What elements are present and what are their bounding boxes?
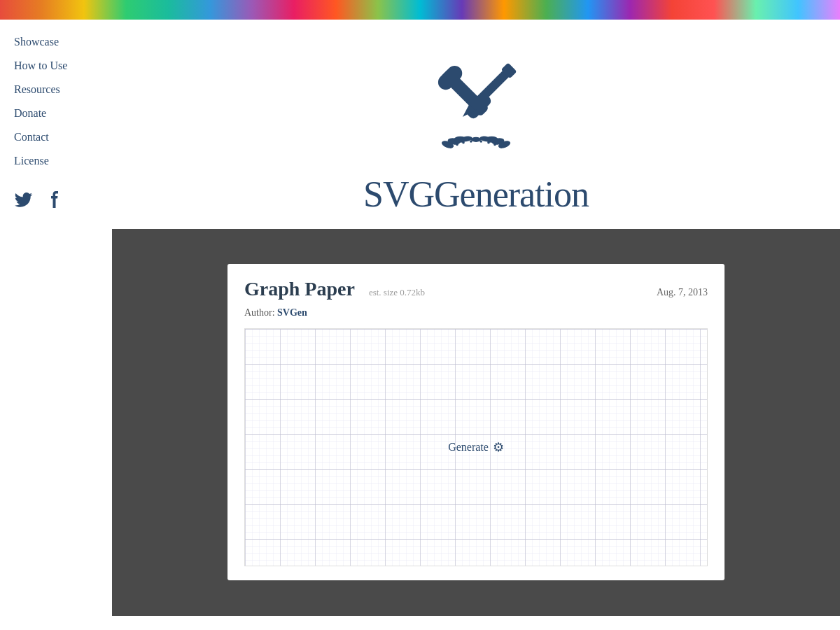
sidebar-item-license[interactable]: License [0, 149, 112, 173]
generate-label: Generate [448, 441, 489, 454]
svg-point-16 [456, 144, 458, 146]
svg-point-22 [479, 140, 482, 143]
facebook-icon[interactable] [45, 190, 64, 214]
content-card: Graph Paper est. size 0.72kb Aug. 7, 201… [227, 264, 724, 580]
rainbow-bar [0, 0, 840, 20]
card-author: Author: SVGen [244, 307, 708, 318]
sidebar-item-contact[interactable]: Contact [0, 125, 112, 149]
social-links [0, 178, 112, 225]
svg-point-18 [470, 140, 472, 143]
sidebar-item-showcase[interactable]: Showcase [0, 30, 112, 54]
card-title: Graph Paper [244, 278, 355, 300]
dark-section: Graph Paper est. size 0.72kb Aug. 7, 201… [112, 229, 840, 616]
graph-paper-preview: Generate ⚙ [244, 328, 708, 566]
svg-point-17 [462, 141, 465, 144]
author-label: Author: [244, 307, 275, 318]
sidebar-item-donate[interactable]: Donate [0, 102, 112, 125]
card-size: est. size 0.72kb [369, 287, 425, 298]
svg-point-20 [493, 144, 496, 146]
author-name: SVGen [277, 307, 307, 318]
svg-point-14 [471, 137, 481, 142]
generate-button[interactable]: Generate ⚙ [448, 440, 504, 455]
card-header: Graph Paper est. size 0.72kb Aug. 7, 201… [244, 278, 708, 300]
svg-point-21 [487, 141, 490, 144]
svg-point-19 [500, 146, 503, 148]
main-content: SVGGeneration Graph Paper est. size 0.72… [112, 20, 840, 630]
site-title: SVGGeneration [363, 174, 589, 215]
card-date: Aug. 7, 2013 [657, 287, 708, 298]
svg-point-15 [449, 146, 452, 148]
logo-area: SVGGeneration [363, 41, 589, 229]
site-logo [413, 41, 539, 167]
gear-icon: ⚙ [493, 440, 504, 455]
sidebar-item-how-to-use[interactable]: How to Use [0, 54, 112, 78]
twitter-icon[interactable] [14, 190, 34, 214]
svg-rect-3 [469, 69, 511, 111]
sidebar: Showcase How to Use Resources Donate Con… [0, 20, 112, 630]
sidebar-item-resources[interactable]: Resources [0, 78, 112, 102]
card-title-group: Graph Paper est. size 0.72kb [244, 278, 425, 300]
